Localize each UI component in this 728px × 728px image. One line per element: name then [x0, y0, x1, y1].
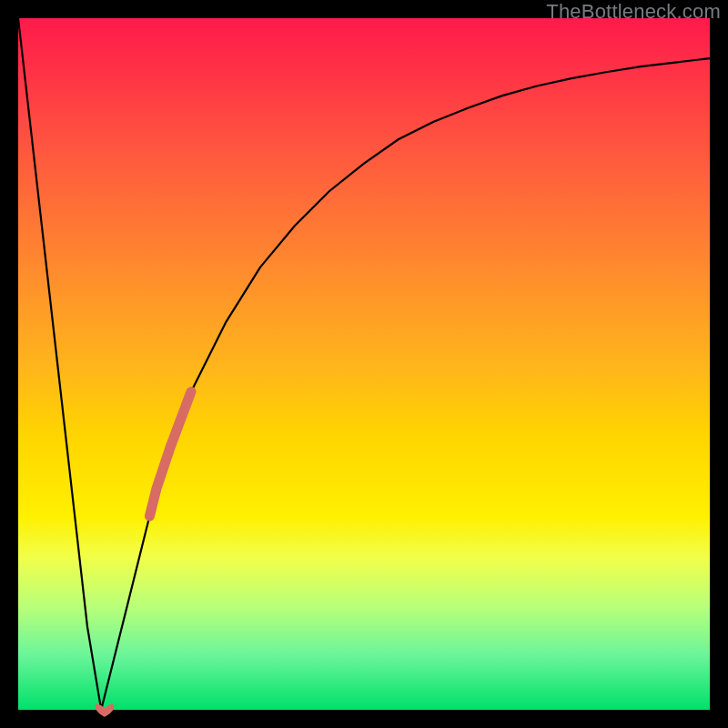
watermark-text: TheBottleneck.com — [546, 0, 721, 24]
bottleneck-curve — [18, 18, 710, 710]
marker-heart-icon — [96, 704, 115, 717]
chart-frame: TheBottleneck.com — [0, 0, 728, 728]
highlight-segment — [149, 391, 191, 516]
chart-svg — [18, 18, 710, 710]
